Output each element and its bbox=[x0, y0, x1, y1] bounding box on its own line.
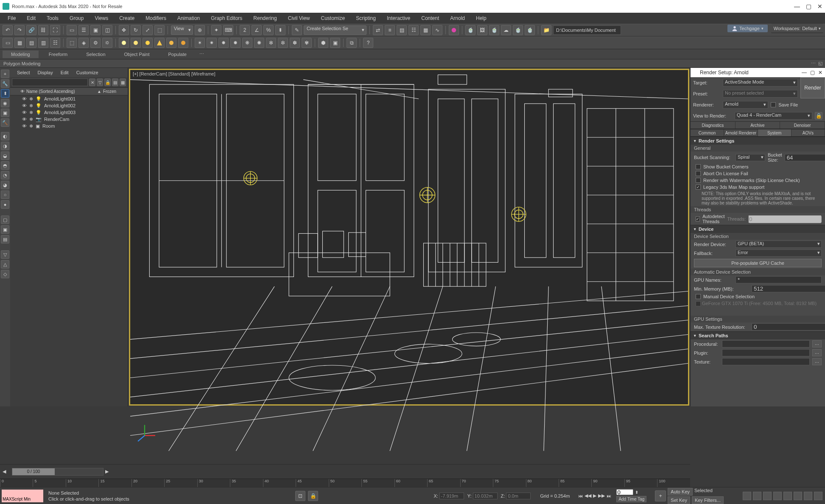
snap-percent-button[interactable]: % bbox=[263, 25, 274, 35]
render-iray-button[interactable]: 🍵 bbox=[513, 25, 523, 35]
menu-animation[interactable]: Animation bbox=[172, 14, 205, 22]
render-button-tb[interactable]: 🍵 bbox=[489, 25, 499, 35]
cp-motion-icon[interactable]: ◉ bbox=[1, 99, 9, 107]
explorer-row[interactable]: 👁❄💡ArnoldLight003 bbox=[10, 109, 128, 116]
visibility-icon[interactable]: 👁 bbox=[22, 103, 27, 108]
menu-create[interactable]: Create bbox=[114, 14, 140, 22]
tb2-3[interactable]: ▤ bbox=[26, 38, 36, 48]
rotate-button[interactable]: ↻ bbox=[131, 25, 141, 35]
undo-button[interactable]: ↶ bbox=[3, 25, 13, 35]
explorer-search-input[interactable] bbox=[12, 78, 88, 86]
explorer-view1-icon[interactable]: ▤ bbox=[112, 78, 118, 86]
chk-abortlicense[interactable] bbox=[696, 171, 701, 176]
ribbon-tab-selection[interactable]: Selection bbox=[78, 50, 114, 58]
rtab-aovs[interactable]: AOVs bbox=[791, 129, 825, 136]
renderdevice-dropdown[interactable]: GPU (BETA) bbox=[736, 241, 822, 248]
maximize-button[interactable]: ▢ bbox=[806, 3, 811, 10]
window-crossing-button[interactable]: ◫ bbox=[102, 25, 112, 35]
fx-10[interactable]: ✾ bbox=[302, 38, 312, 48]
fx-9[interactable]: ✽ bbox=[290, 38, 300, 48]
cp-display-icon[interactable]: ▣ bbox=[1, 109, 9, 117]
fov-icon[interactable] bbox=[773, 492, 782, 500]
setkey-button[interactable]: Set Key bbox=[668, 496, 690, 504]
cp-sep2[interactable]: ◑ bbox=[1, 142, 9, 150]
menu-rendering[interactable]: Rendering bbox=[248, 14, 282, 22]
isolate-icon[interactable]: ⊡ bbox=[295, 491, 305, 501]
light-sun-icon[interactable] bbox=[178, 38, 188, 48]
redo-button[interactable]: ↷ bbox=[14, 25, 25, 35]
orbit-icon[interactable] bbox=[794, 492, 802, 500]
renderer-dropdown[interactable]: Arnold bbox=[723, 101, 768, 109]
spinner-snap-button[interactable]: ⬍ bbox=[275, 25, 285, 35]
menu-graph-editors[interactable]: Graph Editors bbox=[206, 14, 247, 22]
ribbon-tab-populate[interactable]: Populate bbox=[159, 50, 195, 58]
manip-button[interactable]: ✦ bbox=[211, 25, 221, 35]
tb2-1[interactable]: ▭ bbox=[3, 38, 13, 48]
zoom-all-icon[interactable] bbox=[763, 492, 772, 500]
menu-help[interactable]: Help bbox=[471, 14, 492, 22]
keymode-button[interactable]: ⌨ bbox=[223, 25, 233, 35]
menu-interactive[interactable]: Interactive bbox=[382, 14, 415, 22]
layers-button[interactable]: ▤ bbox=[397, 25, 407, 35]
explorer-row[interactable]: 👁❄💡ArnoldLight002 bbox=[10, 102, 128, 109]
menu-tools[interactable]: Tools bbox=[42, 14, 64, 22]
zoom-ext-icon[interactable] bbox=[783, 492, 792, 500]
time-slider-handle[interactable]: 0 / 100 bbox=[12, 468, 55, 475]
freeze-icon[interactable]: ❄ bbox=[29, 96, 33, 102]
cp-sep5[interactable]: ◔ bbox=[1, 171, 9, 179]
keyfilters-button[interactable]: Key Filters... bbox=[692, 496, 724, 504]
minimize-button[interactable]: — bbox=[794, 3, 800, 10]
cp-extra1[interactable]: ▢ bbox=[1, 216, 9, 224]
select-region-button[interactable]: ▣ bbox=[90, 25, 101, 35]
ribbon-collapse-icon[interactable]: ⋯ bbox=[811, 61, 816, 66]
goto-end-icon[interactable]: ⏭ bbox=[607, 493, 611, 498]
explorer-tab-display[interactable]: Display bbox=[34, 69, 56, 76]
edit-selection-button[interactable]: ✎ bbox=[292, 25, 302, 35]
tb2-2[interactable]: ▦ bbox=[14, 38, 25, 48]
rtab-common[interactable]: Common bbox=[691, 129, 724, 136]
time-ruler[interactable]: 0510152025303540455055606570758085909510… bbox=[0, 479, 690, 487]
select-object-button[interactable]: ▭ bbox=[67, 25, 77, 35]
freeze-icon[interactable]: ❄ bbox=[29, 117, 33, 122]
menu-views[interactable]: Views bbox=[89, 14, 113, 22]
ribbon-tab-modeling[interactable]: Modeling bbox=[3, 50, 39, 58]
chk-legacy[interactable] bbox=[696, 185, 701, 190]
path-input[interactable] bbox=[722, 358, 810, 365]
refcoord-dropdown[interactable]: View bbox=[171, 25, 193, 35]
next-frame-icon[interactable]: ▶▶ bbox=[598, 493, 605, 498]
chk-manselect[interactable] bbox=[696, 294, 701, 299]
lock-selection-icon[interactable]: 🔒 bbox=[308, 491, 318, 501]
cp-sep6[interactable]: ◕ bbox=[1, 181, 9, 189]
tb2-5[interactable]: ☷ bbox=[50, 38, 60, 48]
cp-create-icon[interactable]: + bbox=[1, 70, 9, 78]
target-dropdown[interactable]: ActiveShade Mode bbox=[723, 79, 798, 87]
tb2-9[interactable]: ⛭ bbox=[102, 38, 112, 48]
explorer-lock-icon[interactable]: 🔒 bbox=[104, 78, 111, 86]
ribbon-tab-freeform[interactable]: Freeform bbox=[40, 50, 76, 58]
tb2-4[interactable]: ▥ bbox=[38, 38, 48, 48]
currentframe-input[interactable] bbox=[616, 489, 633, 495]
col-frozen[interactable]: ▲ Frozen bbox=[97, 88, 128, 95]
play-icon[interactable]: ▶ bbox=[593, 493, 596, 498]
fx-11[interactable]: ⬢ bbox=[318, 38, 328, 48]
fx-8[interactable]: ✼ bbox=[278, 38, 288, 48]
render-close-icon[interactable]: ✕ bbox=[818, 70, 822, 76]
visibility-icon[interactable]: 👁 bbox=[22, 123, 27, 129]
menu-scripting[interactable]: Scripting bbox=[351, 14, 381, 22]
explorer-tab-select[interactable]: Select bbox=[14, 69, 34, 76]
path-input[interactable] bbox=[722, 349, 810, 356]
snap-2d-button[interactable]: 2 bbox=[240, 25, 250, 35]
explorer-view2-icon[interactable]: ▦ bbox=[120, 78, 126, 86]
cp-extra4[interactable]: ▽ bbox=[1, 250, 9, 259]
freeze-icon[interactable]: ❄ bbox=[29, 110, 33, 115]
render-max-icon[interactable]: ▢ bbox=[810, 70, 815, 76]
unlink-button[interactable]: ⛓ bbox=[38, 25, 48, 35]
align-button[interactable]: ≡ bbox=[385, 25, 395, 35]
keymode-dropdown[interactable]: Selected bbox=[694, 488, 737, 495]
minmem-input[interactable] bbox=[752, 285, 825, 292]
visibility-icon[interactable]: 👁 bbox=[22, 110, 27, 115]
cp-modify-icon[interactable]: 🔧 bbox=[1, 79, 9, 88]
explorer-tab-customize[interactable]: Customize bbox=[73, 69, 102, 76]
maxscript-listener[interactable]: MAXScript Min bbox=[2, 490, 43, 502]
fallback-dropdown[interactable]: Error bbox=[736, 249, 822, 257]
